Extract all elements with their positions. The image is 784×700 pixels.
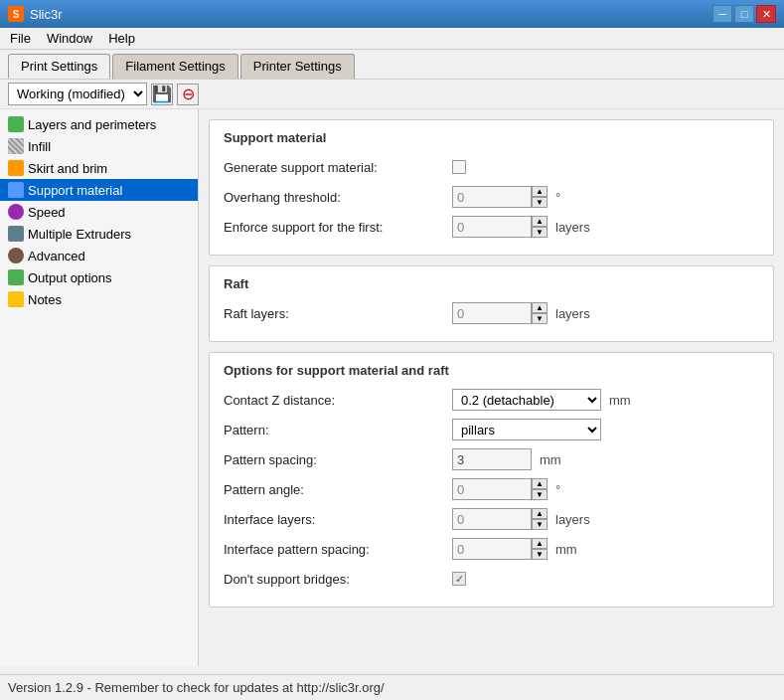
raft-layers-label: Raft layers: xyxy=(224,306,452,321)
interface-pattern-spacing-up-button[interactable]: ▲ xyxy=(532,538,548,549)
overhang-down-button[interactable]: ▼ xyxy=(532,197,548,208)
menu-help[interactable]: Help xyxy=(102,30,141,47)
interface-layers-down-button[interactable]: ▼ xyxy=(532,519,548,530)
infill-icon xyxy=(8,138,24,154)
sidebar-label-extruders: Multiple Extruders xyxy=(28,227,131,242)
sidebar-label-output: Output options xyxy=(28,270,112,285)
generate-support-checkbox[interactable] xyxy=(452,160,466,174)
enforce-support-control: ▲ ▼ layers xyxy=(452,216,590,238)
output-icon xyxy=(8,269,24,285)
tabs-bar: Print Settings Filament Settings Printer… xyxy=(0,50,784,80)
main-content: Layers and perimeters Infill Skirt and b… xyxy=(0,109,784,666)
delete-button[interactable]: ⊖ xyxy=(177,84,199,105)
raft-layers-row: Raft layers: ▲ ▼ layers xyxy=(224,301,759,325)
sidebar-label-speed: Speed xyxy=(28,205,66,220)
options-panel: Options for support material and raft Co… xyxy=(209,352,774,608)
contact-z-dropdown: 0.2 (detachable) 0 (soluble) xyxy=(452,389,601,411)
save-button[interactable]: 💾 xyxy=(151,84,173,105)
contact-z-row: Contact Z distance: 0.2 (detachable) 0 (… xyxy=(224,388,759,412)
sidebar-label-support: Support material xyxy=(28,183,122,198)
tab-printer-settings[interactable]: Printer Settings xyxy=(240,54,355,79)
overhang-threshold-row: Overhang threshold: ▲ ▼ ° xyxy=(224,185,759,209)
raft-layers-control: ▲ ▼ layers xyxy=(452,302,590,324)
extruders-icon xyxy=(8,226,24,242)
menu-window[interactable]: Window xyxy=(41,30,98,47)
enforce-down-button[interactable]: ▼ xyxy=(532,227,548,238)
menu-file[interactable]: File xyxy=(4,30,37,47)
interface-pattern-spacing-spinbox: ▲ ▼ xyxy=(452,538,548,560)
maximize-button[interactable]: □ xyxy=(734,5,754,23)
interface-pattern-spacing-down-button[interactable]: ▼ xyxy=(532,549,548,560)
interface-layers-control: ▲ ▼ layers xyxy=(452,508,590,530)
sidebar: Layers and perimeters Infill Skirt and b… xyxy=(0,109,199,666)
sidebar-item-layers[interactable]: Layers and perimeters xyxy=(0,113,198,135)
tab-filament-settings[interactable]: Filament Settings xyxy=(112,54,237,79)
menu-bar: File Window Help xyxy=(0,28,784,50)
overhang-threshold-control: ▲ ▼ ° xyxy=(452,186,560,208)
sidebar-item-support[interactable]: Support material xyxy=(0,179,198,201)
title-bar: S Slic3r ─ □ ✕ xyxy=(0,0,784,28)
interface-layers-spin-buttons: ▲ ▼ xyxy=(532,508,548,530)
generate-support-row: Generate support material: xyxy=(224,155,759,179)
interface-pattern-spacing-row: Interface pattern spacing: ▲ ▼ mm xyxy=(224,537,759,561)
contact-z-select[interactable]: 0.2 (detachable) 0 (soluble) xyxy=(452,389,601,411)
pattern-spacing-input[interactable] xyxy=(452,448,532,470)
toolbar: Working (modified) 💾 ⊖ xyxy=(0,80,784,109)
status-text: Version 1.2.9 - Remember to check for up… xyxy=(8,680,385,695)
generate-support-control xyxy=(452,160,466,174)
raft-title: Raft xyxy=(224,276,759,293)
overhang-up-button[interactable]: ▲ xyxy=(532,186,548,197)
pattern-angle-up-button[interactable]: ▲ xyxy=(532,478,548,489)
sidebar-label-notes: Notes xyxy=(28,292,62,307)
notes-icon xyxy=(8,291,24,307)
sidebar-item-advanced[interactable]: Advanced xyxy=(0,245,198,266)
pattern-angle-row: Pattern angle: ▲ ▼ ° xyxy=(224,477,759,501)
tab-print-settings[interactable]: Print Settings xyxy=(8,54,110,79)
sidebar-item-infill[interactable]: Infill xyxy=(0,135,198,157)
pattern-angle-unit: ° xyxy=(555,482,560,497)
pattern-angle-down-button[interactable]: ▼ xyxy=(532,489,548,500)
raft-unit: layers xyxy=(555,306,590,321)
minimize-button[interactable]: ─ xyxy=(712,5,732,23)
overhang-spin-buttons: ▲ ▼ xyxy=(532,186,548,208)
pattern-spacing-label: Pattern spacing: xyxy=(224,452,452,467)
interface-pattern-spacing-spin-buttons: ▲ ▼ xyxy=(532,538,548,560)
interface-pattern-spacing-unit: mm xyxy=(555,542,577,557)
raft-layers-input[interactable] xyxy=(452,302,532,324)
pattern-spacing-unit: mm xyxy=(540,452,561,467)
overhang-threshold-input[interactable] xyxy=(452,186,532,208)
sidebar-item-notes[interactable]: Notes xyxy=(0,288,198,310)
pattern-angle-input[interactable] xyxy=(452,478,532,500)
raft-up-button[interactable]: ▲ xyxy=(532,302,548,313)
title-bar-controls: ─ □ ✕ xyxy=(712,5,776,23)
raft-down-button[interactable]: ▼ xyxy=(532,313,548,324)
app-icon: S xyxy=(8,6,24,22)
pattern-row: Pattern: pillars rectilinear honeycomb xyxy=(224,418,759,441)
sidebar-item-output[interactable]: Output options xyxy=(0,266,198,288)
interface-layers-input[interactable] xyxy=(452,508,532,530)
enforce-up-button[interactable]: ▲ xyxy=(532,216,548,227)
title-bar-left: S Slic3r xyxy=(8,6,63,22)
sidebar-item-speed[interactable]: Speed xyxy=(0,201,198,223)
pattern-select[interactable]: pillars rectilinear honeycomb xyxy=(452,419,601,440)
contact-z-label: Contact Z distance: xyxy=(224,393,452,408)
raft-layers-spinbox: ▲ ▼ xyxy=(452,302,548,324)
enforce-support-unit: layers xyxy=(555,220,590,235)
pattern-angle-spinbox: ▲ ▼ xyxy=(452,478,548,500)
interface-layers-unit: layers xyxy=(555,512,590,527)
sidebar-item-extruders[interactable]: Multiple Extruders xyxy=(0,223,198,245)
enforce-support-input[interactable] xyxy=(452,216,532,238)
layers-icon xyxy=(8,116,24,132)
status-bar: Version 1.2.9 - Remember to check for up… xyxy=(0,674,784,700)
profile-select[interactable]: Working (modified) xyxy=(8,83,147,105)
interface-layers-up-button[interactable]: ▲ xyxy=(532,508,548,519)
close-button[interactable]: ✕ xyxy=(756,5,776,23)
pattern-angle-spin-buttons: ▲ ▼ xyxy=(532,478,548,500)
sidebar-item-skirt[interactable]: Skirt and brim xyxy=(0,157,198,179)
dont-support-bridges-row: Don't support bridges: ✓ xyxy=(224,567,759,591)
interface-pattern-spacing-input[interactable] xyxy=(452,538,532,560)
pattern-angle-control: ▲ ▼ ° xyxy=(452,478,560,500)
enforce-support-label: Enforce support for the first: xyxy=(224,220,452,235)
contact-z-unit: mm xyxy=(609,393,631,408)
dont-support-bridges-checkbox[interactable]: ✓ xyxy=(452,572,466,586)
